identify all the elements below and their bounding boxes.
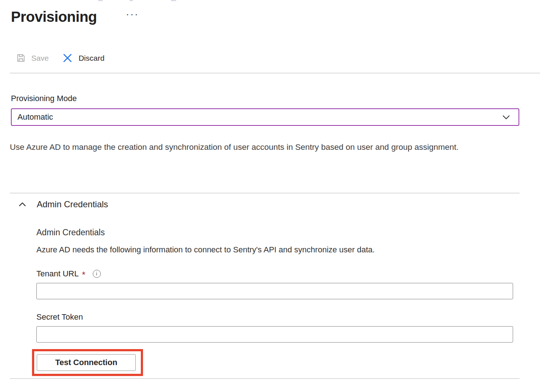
secret-token-input[interactable]: [36, 326, 513, 343]
admin-credentials-section-title: Admin Credentials: [37, 199, 108, 209]
save-label: Save: [31, 54, 49, 63]
page-title: Provisioning: [11, 9, 97, 25]
admin-credentials-section-toggle[interactable]: Admin Credentials: [17, 199, 108, 209]
discard-button[interactable]: Discard: [62, 52, 104, 64]
bottom-divider: [10, 378, 520, 379]
close-icon: [62, 52, 73, 64]
provisioning-page: Provisioning ··· Save Discard Provisioni…: [0, 0, 540, 392]
provisioning-mode-select[interactable]: Automatic: [11, 108, 519, 126]
provisioning-mode-value: Automatic: [17, 112, 53, 122]
chevron-down-icon: [501, 112, 511, 122]
discard-label: Discard: [79, 54, 104, 63]
toolbar-divider: [10, 73, 540, 73]
info-icon[interactable]: i: [93, 270, 101, 278]
more-options-icon[interactable]: ···: [126, 9, 139, 19]
tenant-url-label: Tenant URL: [36, 269, 79, 279]
provisioning-mode-label: Provisioning Mode: [11, 94, 77, 103]
tenant-url-input[interactable]: [36, 283, 513, 299]
tenant-url-label-row: Tenant URL * i: [36, 269, 101, 279]
section-divider: [10, 193, 520, 193]
admin-credentials-description: Azure AD needs the following information…: [36, 245, 375, 255]
secret-token-label: Secret Token: [36, 312, 83, 322]
save-button[interactable]: Save: [16, 53, 49, 63]
clipped-top-text-remnant: [171, 0, 176, 1]
secret-token-label-row: Secret Token: [36, 312, 83, 322]
provisioning-mode-description: Use Azure AD to manage the creation and …: [10, 140, 487, 155]
command-bar: Save Discard: [16, 52, 104, 64]
chevron-up-icon: [17, 200, 27, 209]
clipped-top-text-remnant: [98, 0, 103, 1]
test-connection-button[interactable]: Test Connection: [37, 354, 136, 371]
admin-credentials-heading: Admin Credentials: [36, 228, 105, 237]
save-icon: [16, 53, 26, 63]
clipped-top-text-remnant: [130, 0, 133, 1]
required-asterisk: *: [82, 271, 85, 279]
